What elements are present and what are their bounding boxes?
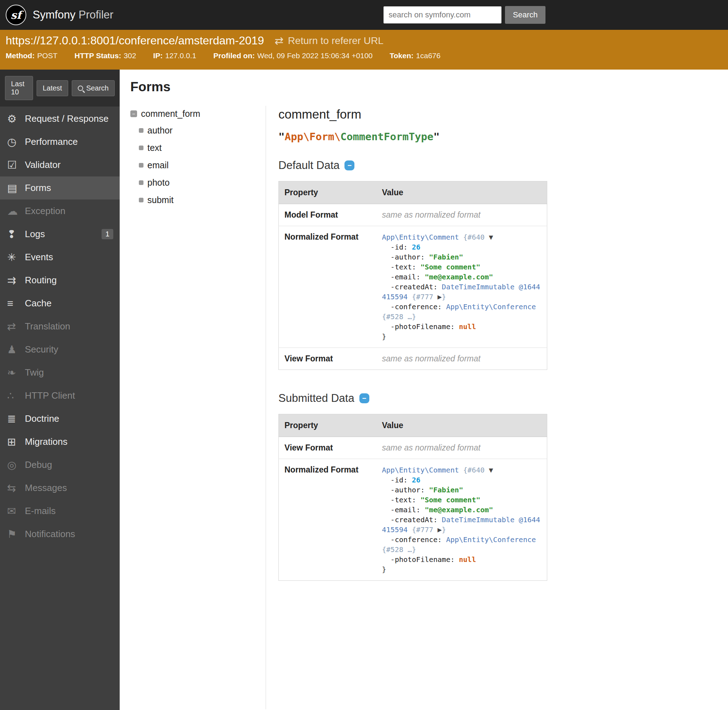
profile-meta-row: Method:POSTHTTP Status:302IP:127.0.0.1Pr… xyxy=(6,51,722,60)
tree-bullet-icon xyxy=(139,163,144,167)
search-button[interactable]: Search xyxy=(72,80,115,96)
form-type-token: CommentFormType xyxy=(341,131,434,143)
dump-token: App\Entity\Conference xyxy=(446,535,536,544)
expand-toggle-icon[interactable]: ▶ xyxy=(437,292,442,301)
check-square-icon: ☑ xyxy=(7,159,23,171)
last-10-button[interactable]: Last 10 xyxy=(5,76,33,100)
sidebar-item-label: Debug xyxy=(25,459,52,470)
dump-token: : xyxy=(420,486,429,494)
tree-item-author[interactable]: author xyxy=(130,122,266,139)
dump-token: - xyxy=(382,243,395,251)
row-property: View Format xyxy=(279,437,376,459)
expand-toggle-icon[interactable]: ▶ xyxy=(437,525,442,534)
tree-bullet-icon xyxy=(139,180,144,185)
translation-icon: ⇄ xyxy=(7,320,23,333)
sidebar-item-request-response[interactable]: ⚙Request / Response xyxy=(0,107,120,130)
dump-line: -id: 26 xyxy=(382,242,542,252)
sidebar-item-performance[interactable]: ◷Performance xyxy=(0,130,120,153)
dump-token: "me@example.com" xyxy=(425,506,493,514)
table-header-value: Value xyxy=(376,181,547,204)
dump-token xyxy=(459,233,463,241)
site-search-button[interactable]: Search xyxy=(505,6,546,24)
sidebar-item-messages: ⇆Messages xyxy=(0,477,120,499)
sidebar-item-doctrine[interactable]: ≣Doctrine xyxy=(0,407,120,430)
dump-line: App\Entity\Comment {#640 ▼ xyxy=(382,232,542,242)
tree-root-comment-form[interactable]: − comment_form xyxy=(130,109,266,119)
dump-token: : xyxy=(433,515,442,524)
sidebar-item-label: Security xyxy=(25,344,58,355)
page-title: Forms xyxy=(130,79,728,94)
dump-line: -conference: App\Entity\Conference {#528… xyxy=(382,535,542,555)
dump-token: "Fabien" xyxy=(429,486,463,494)
dump-token xyxy=(459,466,463,474)
routing-icon: ⇉ xyxy=(7,274,23,286)
events-icon: ✳ xyxy=(7,251,23,263)
dump-token: - xyxy=(382,273,395,281)
top-bar: sf Symfony Profiler Search xyxy=(0,0,728,30)
sidebar-item-events[interactable]: ✳Events xyxy=(0,246,120,269)
dump-token: {#640 xyxy=(463,466,489,474)
dump-token: "Some comment" xyxy=(420,496,480,504)
sidebar-item-twig: ❧Twig xyxy=(0,361,120,384)
row-value: same as normalized format xyxy=(376,348,547,370)
dump-line: -text: "Some comment" xyxy=(382,495,542,505)
status-meta-item: IP:127.0.0.1 xyxy=(153,51,196,60)
sidebar-item-logs[interactable]: ❢Logs1 xyxy=(0,223,120,246)
sidebar-item-label: HTTP Client xyxy=(25,390,75,401)
main-content: Forms − comment_form authortextemailphot… xyxy=(120,70,728,710)
site-search-input[interactable] xyxy=(383,6,501,23)
dump-token: : xyxy=(412,496,420,504)
dump-token: null xyxy=(459,555,476,564)
dump-token: } xyxy=(382,332,386,341)
tree-item-photo[interactable]: photo xyxy=(130,174,266,191)
sidebar-item-label: Routing xyxy=(25,275,57,286)
dump-token: - xyxy=(382,555,395,564)
detail-sections: Default Data−PropertyValueModel Formatsa… xyxy=(279,159,728,581)
migrations-icon: ⊞ xyxy=(7,436,23,448)
collapse-toggle-icon[interactable]: − xyxy=(360,393,369,403)
dump-token: : xyxy=(420,253,429,261)
gears-icon: ⚙ xyxy=(7,113,23,125)
dump-token: - xyxy=(382,486,395,494)
dump-token xyxy=(536,535,540,544)
expand-toggle-icon[interactable]: ▼ xyxy=(489,233,493,241)
tree-item-email[interactable]: email xyxy=(130,157,266,174)
row-property: Model Format xyxy=(279,204,376,226)
sidebar-item-migrations[interactable]: ⊞Migrations xyxy=(0,430,120,453)
debug-icon: ◎ xyxy=(7,459,23,471)
dump-token: text xyxy=(395,496,412,504)
sidebar-item-cache[interactable]: ≡Cache xyxy=(0,292,120,315)
latest-button[interactable]: Latest xyxy=(37,80,68,96)
collapse-toggle-icon[interactable]: − xyxy=(345,160,354,170)
dump-line: -author: "Fabien" xyxy=(382,252,542,262)
tree-collapse-icon[interactable]: − xyxy=(130,110,137,117)
sidebar-item-label: Doctrine xyxy=(25,413,59,424)
sidebar-item-forms[interactable]: ▤Forms xyxy=(0,176,120,200)
dump-token: } xyxy=(382,565,386,574)
form-type-token: App\Form\ xyxy=(285,131,340,143)
ghost-icon: ☁ xyxy=(7,205,23,217)
dump-token: {#528 …} xyxy=(382,312,416,321)
status-meta-item: Method:POST xyxy=(6,51,57,60)
dump-token: null xyxy=(459,322,476,331)
meta-value: 302 xyxy=(123,51,136,60)
tree-item-text[interactable]: text xyxy=(130,139,266,157)
dump-token: conference xyxy=(395,535,437,544)
sidebar-item-validator[interactable]: ☑Validator xyxy=(0,153,120,176)
expand-toggle-icon[interactable]: ▼ xyxy=(489,466,493,474)
sidebar-item-debug: ◎Debug xyxy=(0,453,120,477)
sidebar-item-routing[interactable]: ⇉Routing xyxy=(0,269,120,292)
dump-token: id xyxy=(395,476,404,484)
dump-token: "me@example.com" xyxy=(425,273,493,281)
return-to-referer-link[interactable]: ⇄ Return to referer URL xyxy=(275,34,383,47)
emails-icon: ✉ xyxy=(7,505,23,517)
meta-label: IP: xyxy=(153,51,163,60)
sidebar-item-label: Twig xyxy=(25,367,44,378)
dump-token: "Some comment" xyxy=(420,263,480,271)
dump-line: -email: "me@example.com" xyxy=(382,505,542,515)
dump-token: : xyxy=(433,283,442,291)
tree-item-submit[interactable]: submit xyxy=(130,191,266,209)
table-header-property: Property xyxy=(279,414,376,437)
dump-token: createdAt xyxy=(395,515,433,524)
symfony-logo[interactable]: sf xyxy=(6,4,26,25)
